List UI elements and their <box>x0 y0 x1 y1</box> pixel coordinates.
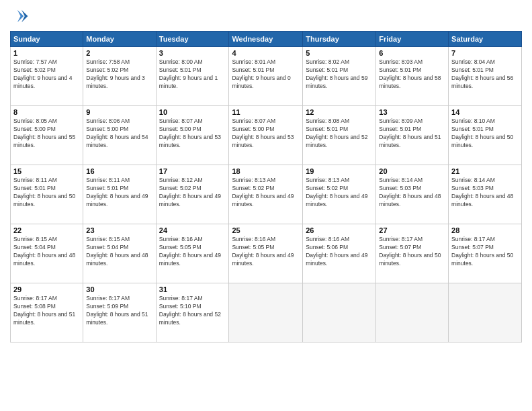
calendar-day: 5Sunrise: 8:02 AMSunset: 5:01 PMDaylight… <box>303 47 376 106</box>
day-detail: Sunrise: 8:07 AMSunset: 5:00 PMDaylight:… <box>232 118 300 150</box>
calendar-day: 3Sunrise: 8:00 AMSunset: 5:01 PMDaylight… <box>156 47 229 106</box>
calendar-day: 11Sunrise: 8:07 AMSunset: 5:00 PMDayligh… <box>229 106 303 165</box>
calendar-day: 12Sunrise: 8:08 AMSunset: 5:01 PMDayligh… <box>303 106 376 165</box>
day-number: 11 <box>232 108 300 116</box>
day-detail: Sunrise: 8:17 AMSunset: 5:08 PMDaylight:… <box>13 295 80 327</box>
calendar-day: 1Sunrise: 7:57 AMSunset: 5:02 PMDaylight… <box>11 47 83 106</box>
day-number: 31 <box>159 285 226 293</box>
day-detail: Sunrise: 8:07 AMSunset: 5:00 PMDaylight:… <box>159 118 226 150</box>
day-number: 4 <box>232 49 300 57</box>
day-number: 27 <box>379 226 445 234</box>
day-detail: Sunrise: 8:13 AMSunset: 5:02 PMDaylight:… <box>232 177 300 209</box>
calendar-day: 21Sunrise: 8:14 AMSunset: 5:03 PMDayligh… <box>449 165 522 224</box>
calendar-day: 18Sunrise: 8:13 AMSunset: 5:02 PMDayligh… <box>229 165 303 224</box>
calendar-day: 22Sunrise: 8:15 AMSunset: 5:04 PMDayligh… <box>11 224 83 283</box>
day-number: 2 <box>86 49 152 57</box>
day-number: 25 <box>232 226 300 234</box>
calendar-day: 9Sunrise: 8:06 AMSunset: 5:00 PMDaylight… <box>83 106 156 165</box>
day-detail: Sunrise: 8:15 AMSunset: 5:04 PMDaylight:… <box>86 236 152 268</box>
calendar-day: 14Sunrise: 8:10 AMSunset: 5:01 PMDayligh… <box>449 106 522 165</box>
day-detail: Sunrise: 8:09 AMSunset: 5:01 PMDaylight:… <box>379 118 445 150</box>
day-detail: Sunrise: 8:11 AMSunset: 5:01 PMDaylight:… <box>86 177 152 209</box>
weekday-header: Sunday <box>11 32 83 47</box>
day-number: 10 <box>159 108 226 116</box>
weekday-header: Wednesday <box>229 32 303 47</box>
calendar-day: 17Sunrise: 8:12 AMSunset: 5:02 PMDayligh… <box>156 165 229 224</box>
day-detail: Sunrise: 8:05 AMSunset: 5:00 PMDaylight:… <box>13 118 80 150</box>
weekday-header: Saturday <box>449 32 522 47</box>
calendar-day: 16Sunrise: 8:11 AMSunset: 5:01 PMDayligh… <box>83 165 156 224</box>
calendar-day: 27Sunrise: 8:17 AMSunset: 5:07 PMDayligh… <box>376 224 449 283</box>
calendar-day: 13Sunrise: 8:09 AMSunset: 5:01 PMDayligh… <box>376 106 449 165</box>
day-detail: Sunrise: 7:57 AMSunset: 5:02 PMDaylight:… <box>13 58 80 91</box>
day-detail: Sunrise: 8:12 AMSunset: 5:02 PMDaylight:… <box>159 177 226 209</box>
day-detail: Sunrise: 8:10 AMSunset: 5:01 PMDaylight:… <box>451 118 519 150</box>
day-detail: Sunrise: 8:17 AMSunset: 5:07 PMDaylight:… <box>379 236 445 268</box>
day-number: 6 <box>379 49 445 57</box>
calendar-day: 23Sunrise: 8:15 AMSunset: 5:04 PMDayligh… <box>83 224 156 283</box>
day-detail: Sunrise: 8:08 AMSunset: 5:01 PMDaylight:… <box>306 118 373 150</box>
day-number: 19 <box>306 167 373 175</box>
calendar-day: 4Sunrise: 8:01 AMSunset: 5:01 PMDaylight… <box>229 47 303 106</box>
day-number: 23 <box>86 226 152 234</box>
day-number: 18 <box>232 167 300 175</box>
calendar-day: 31Sunrise: 8:17 AMSunset: 5:10 PMDayligh… <box>156 283 229 342</box>
calendar-day: 24Sunrise: 8:16 AMSunset: 5:05 PMDayligh… <box>156 224 229 283</box>
day-detail: Sunrise: 8:00 AMSunset: 5:01 PMDaylight:… <box>159 58 226 91</box>
calendar-day: 20Sunrise: 8:14 AMSunset: 5:03 PMDayligh… <box>376 165 449 224</box>
calendar-day: 19Sunrise: 8:13 AMSunset: 5:02 PMDayligh… <box>303 165 376 224</box>
calendar-week-row: 15Sunrise: 8:11 AMSunset: 5:01 PMDayligh… <box>11 165 522 224</box>
day-detail: Sunrise: 7:58 AMSunset: 5:02 PMDaylight:… <box>86 58 152 91</box>
day-number: 29 <box>13 285 80 293</box>
day-number: 28 <box>451 226 519 234</box>
weekday-header-row: SundayMondayTuesdayWednesdayThursdayFrid… <box>11 32 522 47</box>
weekday-header: Tuesday <box>156 32 229 47</box>
logo <box>10 7 30 26</box>
day-detail: Sunrise: 8:17 AMSunset: 5:10 PMDaylight:… <box>159 295 226 327</box>
day-number: 7 <box>451 49 519 57</box>
day-detail: Sunrise: 8:02 AMSunset: 5:01 PMDaylight:… <box>306 58 373 91</box>
calendar-day: 2Sunrise: 7:58 AMSunset: 5:02 PMDaylight… <box>83 47 156 106</box>
calendar-week-row: 1Sunrise: 7:57 AMSunset: 5:02 PMDaylight… <box>11 47 522 106</box>
day-detail: Sunrise: 8:03 AMSunset: 5:01 PMDaylight:… <box>379 58 445 91</box>
day-detail: Sunrise: 8:06 AMSunset: 5:00 PMDaylight:… <box>86 118 152 150</box>
calendar-week-row: 8Sunrise: 8:05 AMSunset: 5:00 PMDaylight… <box>11 106 522 165</box>
day-detail: Sunrise: 8:14 AMSunset: 5:03 PMDaylight:… <box>451 177 519 209</box>
calendar-day: 28Sunrise: 8:17 AMSunset: 5:07 PMDayligh… <box>449 224 522 283</box>
day-number: 21 <box>451 167 519 175</box>
day-number: 9 <box>86 108 152 116</box>
calendar-day: 15Sunrise: 8:11 AMSunset: 5:01 PMDayligh… <box>11 165 83 224</box>
day-detail: Sunrise: 8:15 AMSunset: 5:04 PMDaylight:… <box>13 236 80 268</box>
page: SundayMondayTuesdayWednesdayThursdayFrid… <box>0 0 532 411</box>
day-number: 22 <box>13 226 80 234</box>
calendar-day: 7Sunrise: 8:04 AMSunset: 5:01 PMDaylight… <box>449 47 522 106</box>
day-number: 8 <box>13 108 80 116</box>
day-number: 20 <box>379 167 445 175</box>
day-detail: Sunrise: 8:16 AMSunset: 5:06 PMDaylight:… <box>306 236 373 268</box>
day-detail: Sunrise: 8:14 AMSunset: 5:03 PMDaylight:… <box>379 177 445 209</box>
weekday-header: Thursday <box>303 32 376 47</box>
logo-icon <box>10 7 29 26</box>
weekday-header: Monday <box>83 32 156 47</box>
day-number: 16 <box>86 167 152 175</box>
calendar-day <box>303 283 376 342</box>
day-number: 1 <box>13 49 80 57</box>
day-number: 5 <box>306 49 373 57</box>
day-detail: Sunrise: 8:11 AMSunset: 5:01 PMDaylight:… <box>13 177 80 209</box>
day-detail: Sunrise: 8:16 AMSunset: 5:05 PMDaylight:… <box>159 236 226 268</box>
day-number: 12 <box>306 108 373 116</box>
calendar-day: 30Sunrise: 8:17 AMSunset: 5:09 PMDayligh… <box>83 283 156 342</box>
header <box>10 7 522 26</box>
day-detail: Sunrise: 8:04 AMSunset: 5:01 PMDaylight:… <box>451 58 519 91</box>
weekday-header: Friday <box>376 32 449 47</box>
day-number: 30 <box>86 285 152 293</box>
calendar-day: 6Sunrise: 8:03 AMSunset: 5:01 PMDaylight… <box>376 47 449 106</box>
calendar-day: 8Sunrise: 8:05 AMSunset: 5:00 PMDaylight… <box>11 106 83 165</box>
day-detail: Sunrise: 8:01 AMSunset: 5:01 PMDaylight:… <box>232 58 300 91</box>
calendar-day: 10Sunrise: 8:07 AMSunset: 5:00 PMDayligh… <box>156 106 229 165</box>
day-detail: Sunrise: 8:17 AMSunset: 5:07 PMDaylight:… <box>451 236 519 268</box>
calendar-week-row: 22Sunrise: 8:15 AMSunset: 5:04 PMDayligh… <box>11 224 522 283</box>
calendar-day <box>449 283 522 342</box>
calendar-day <box>229 283 303 342</box>
day-number: 17 <box>159 167 226 175</box>
